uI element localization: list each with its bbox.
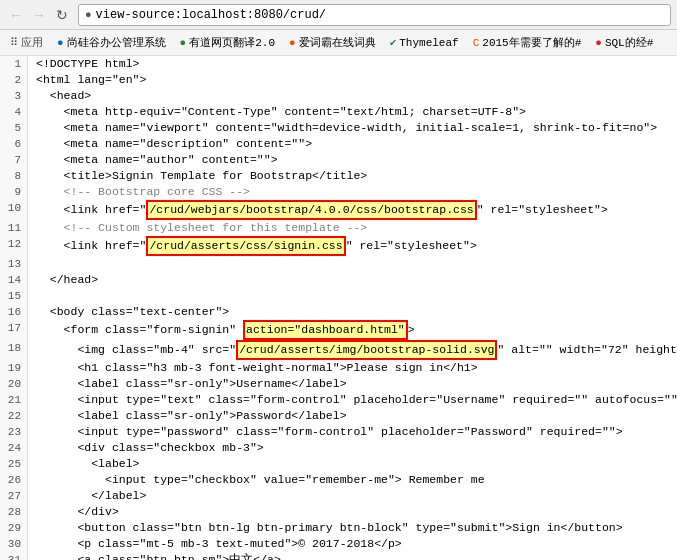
line-num-7: 7 — [0, 152, 28, 168]
line-21: 21 <input type="text" class="form-contro… — [0, 392, 677, 408]
line-num-12: 12 — [0, 236, 28, 256]
bookmark-label-3: 爱词霸在线词典 — [299, 35, 376, 50]
line-17: 17 <form class="form-signin" action="das… — [0, 320, 677, 340]
line-num-15: 15 — [0, 288, 28, 304]
line-num-23: 23 — [0, 424, 28, 440]
line-num-27: 27 — [0, 488, 28, 504]
bookmark-4[interactable]: ✔ Thymeleaf — [384, 34, 465, 51]
bookmark-label-1: 尚硅谷办公管理系统 — [67, 35, 166, 50]
line-code-13 — [28, 256, 677, 272]
line-30: 30 <p class="mt-5 mb-3 text-muted">© 201… — [0, 536, 677, 552]
bookmark-5[interactable]: C 2015年需要了解的# — [467, 33, 588, 52]
line-num-24: 24 — [0, 440, 28, 456]
line-code-1: <!DOCTYPE html> — [28, 56, 677, 72]
line-code-3: <head> — [28, 88, 677, 104]
bookmark-icon-2: ● — [180, 37, 187, 49]
line-23: 23 <input type="password" class="form-co… — [0, 424, 677, 440]
line-4: 4 <meta http-equiv="Content-Type" conten… — [0, 104, 677, 120]
bookmark-label-4: Thymeleaf — [399, 37, 458, 49]
bookmark-icon-3: ● — [289, 37, 296, 49]
line-code-28: </div> — [28, 504, 677, 520]
line-num-29: 29 — [0, 520, 28, 536]
line-22: 22 <label class="sr-only">Password</labe… — [0, 408, 677, 424]
line-num-3: 3 — [0, 88, 28, 104]
line-3: 3 <head> — [0, 88, 677, 104]
bookmark-icon-6: ● — [595, 37, 602, 49]
line-code-5: <meta name="viewport" content="width=dev… — [28, 120, 677, 136]
bookmark-label-6: SQL的经# — [605, 35, 653, 50]
source-view: 1 <!DOCTYPE html> 2 <html lang="en"> 3 <… — [0, 56, 677, 560]
line-code-16: <body class="text-center"> — [28, 304, 677, 320]
line-num-19: 19 — [0, 360, 28, 376]
apps-icon: ⠿ — [10, 36, 18, 49]
line-num-30: 30 — [0, 536, 28, 552]
line-5: 5 <meta name="viewport" content="width=d… — [0, 120, 677, 136]
line-18: 18 <img class="mb-4" src="/crud/asserts/… — [0, 340, 677, 360]
line-num-25: 25 — [0, 456, 28, 472]
bookmark-6[interactable]: ● SQL的经# — [589, 33, 659, 52]
line-num-8: 8 — [0, 168, 28, 184]
line-num-14: 14 — [0, 272, 28, 288]
bookmark-label-2: 有道网页翻译2.0 — [189, 35, 275, 50]
line-14: 14 </head> — [0, 272, 677, 288]
line-2: 2 <html lang="en"> — [0, 72, 677, 88]
line-13: 13 — [0, 256, 677, 272]
line-12: 12 <link href="/crud/asserts/css/signin.… — [0, 236, 677, 256]
bookmark-1[interactable]: ● 尚硅谷办公管理系统 — [51, 33, 172, 52]
line-code-15 — [28, 288, 677, 304]
line-15: 15 — [0, 288, 677, 304]
line-code-9: <!-- Bootstrap core CSS --> — [28, 184, 677, 200]
line-7: 7 <meta name="author" content=""> — [0, 152, 677, 168]
nav-buttons: ← → ↻ — [6, 5, 72, 25]
line-num-4: 4 — [0, 104, 28, 120]
address-text: view-source:localhost:8080/crud/ — [96, 8, 326, 22]
line-code-21: <input type="text" class="form-control" … — [28, 392, 677, 408]
line-code-19: <h1 class="h3 mb-3 font-weight-normal">P… — [28, 360, 677, 376]
line-10: 10 <link href="/crud/webjars/bootstrap/4… — [0, 200, 677, 220]
line-26: 26 <input type="checkbox" value="remembe… — [0, 472, 677, 488]
line-25: 25 <label> — [0, 456, 677, 472]
line-num-17: 17 — [0, 320, 28, 340]
line-code-24: <div class="checkbox mb-3"> — [28, 440, 677, 456]
line-num-13: 13 — [0, 256, 28, 272]
bookmark-3[interactable]: ● 爱词霸在线词典 — [283, 33, 382, 52]
line-code-12: <link href="/crud/asserts/css/signin.css… — [28, 236, 677, 256]
line-27: 27 </label> — [0, 488, 677, 504]
line-1: 1 <!DOCTYPE html> — [0, 56, 677, 72]
line-31: 31 <a class="btn btn-sm">中文</a> — [0, 552, 677, 560]
line-num-2: 2 — [0, 72, 28, 88]
bookmark-icon-4: ✔ — [390, 36, 397, 49]
line-code-11: <!-- Custom stylesheet for this template… — [28, 220, 677, 236]
line-code-26: <input type="checkbox" value="remember-m… — [28, 472, 677, 488]
line-code-22: <label class="sr-only">Password</label> — [28, 408, 677, 424]
bookmark-2[interactable]: ● 有道网页翻译2.0 — [174, 33, 281, 52]
line-28: 28 </div> — [0, 504, 677, 520]
line-code-27: </label> — [28, 488, 677, 504]
address-bar[interactable]: ● view-source:localhost:8080/crud/ — [78, 4, 671, 26]
line-16: 16 <body class="text-center"> — [0, 304, 677, 320]
line-code-23: <input type="password" class="form-contr… — [28, 424, 677, 440]
line-code-20: <label class="sr-only">Username</label> — [28, 376, 677, 392]
line-num-28: 28 — [0, 504, 28, 520]
line-num-9: 9 — [0, 184, 28, 200]
line-code-4: <meta http-equiv="Content-Type" content=… — [28, 104, 677, 120]
reload-button[interactable]: ↻ — [52, 5, 72, 25]
line-8: 8 <title>Signin Template for Bootstrap</… — [0, 168, 677, 184]
line-code-8: <title>Signin Template for Bootstrap</ti… — [28, 168, 677, 184]
bookmark-icon-5: C — [473, 37, 480, 49]
bookmarks-bar: ⠿ 应用 ● 尚硅谷办公管理系统 ● 有道网页翻译2.0 ● 爱词霸在线词典 ✔… — [0, 30, 677, 56]
forward-button[interactable]: → — [29, 5, 49, 25]
address-icon: ● — [85, 9, 92, 21]
back-button[interactable]: ← — [6, 5, 26, 25]
line-code-25: <label> — [28, 456, 677, 472]
line-11: 11 <!-- Custom stylesheet for this templ… — [0, 220, 677, 236]
line-code-17: <form class="form-signin" action="dashbo… — [28, 320, 677, 340]
line-num-10: 10 — [0, 200, 28, 220]
bookmark-apps[interactable]: ⠿ 应用 — [4, 33, 49, 52]
line-num-6: 6 — [0, 136, 28, 152]
line-19: 19 <h1 class="h3 mb-3 font-weight-normal… — [0, 360, 677, 376]
line-num-22: 22 — [0, 408, 28, 424]
line-code-6: <meta name="description" content=""> — [28, 136, 677, 152]
line-num-20: 20 — [0, 376, 28, 392]
bookmark-icon-1: ● — [57, 37, 64, 49]
